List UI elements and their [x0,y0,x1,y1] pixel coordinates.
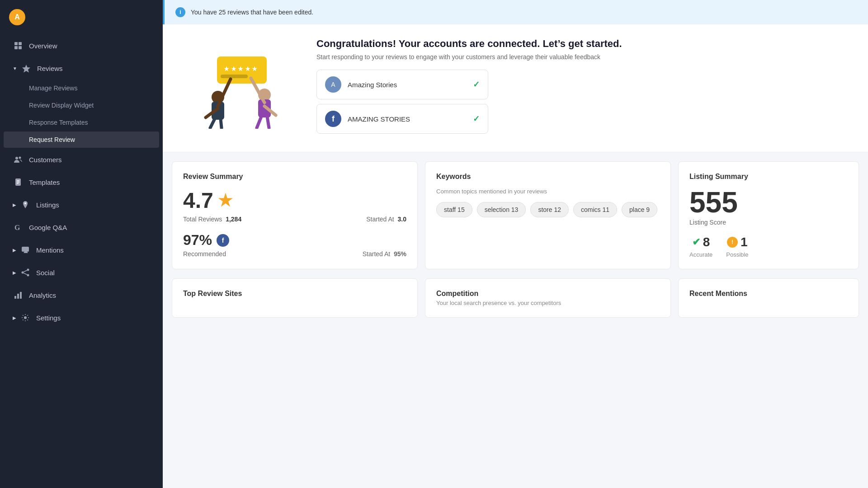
keyword-tags-container: staff 15 selection 13 store 12 comics 11… [436,202,660,217]
svg-point-16 [27,274,29,277]
rating-display: 4.7 ★ [183,188,406,213]
total-reviews-value: 1,284 [226,216,241,223]
possible-stat: ! 1 Possible [726,235,748,258]
facebook-small-icon: f [217,234,229,247]
started-at-value: 3.0 [398,216,406,223]
sidebar-item-mentions[interactable]: ▶ Mentions [4,239,159,261]
rating-value: 4.7 [183,188,213,213]
recommended-pct: 97% [183,232,212,249]
people-illustration: ★ ★ ★ ★ ★ [185,47,294,129]
sidebar-item-label: Customers [29,156,62,164]
keywords-title: Keywords [436,173,660,181]
check-icon-fb: ✓ [473,114,480,124]
sub-label: Request Review [29,136,75,143]
review-meta: Total Reviews 1,284 Started At 3.0 [183,216,406,223]
sidebar-item-analytics[interactable]: Analytics [4,284,159,306]
listing-score-value: 555 [689,188,848,217]
svg-rect-25 [221,75,248,78]
keyword-tag[interactable]: comics 11 [573,202,617,217]
account-card-facebook: f AMAZING STORIES ✓ [316,104,488,134]
svg-point-5 [15,157,18,160]
recommended-label-row: Recommended Started At 95% [183,250,406,258]
check-icon: ✓ [473,80,480,89]
svg-line-18 [24,273,27,275]
logo-icon: A [9,9,25,25]
sidebar-sub-request-review[interactable]: Request Review [4,131,159,148]
sidebar-item-label: Overview [29,42,57,50]
sub-label: Review Display Widget [29,102,94,109]
sidebar-item-templates[interactable]: Templates [4,171,159,193]
sidebar-item-overview[interactable]: Overview [4,35,159,56]
possible-count: 1 [741,235,748,249]
svg-line-37 [267,117,269,128]
welcome-text: Congratulations! Your accounts are conne… [316,38,850,138]
top-review-sites-card: Top Review Sites [172,278,418,318]
chevron-right-icon: ▶ [13,248,16,253]
account-name-facebook: AMAZING STORIES [348,115,467,123]
main-content: i You have 25 reviews that have been edi… [163,0,868,488]
sidebar-sub-review-display-widget[interactable]: Review Display Widget [4,97,159,113]
recent-mentions-card: Recent Mentions [678,278,859,318]
svg-rect-20 [17,294,19,299]
people-icon [13,154,24,165]
svg-line-31 [221,119,222,128]
keywords-card: Keywords Common topics mentioned in your… [425,161,671,269]
dashboard-grid: Review Summary 4.7 ★ Total Reviews 1,284… [163,152,868,278]
svg-text:★ ★ ★ ★ ★: ★ ★ ★ ★ ★ [224,66,257,72]
possible-num: ! 1 [727,235,748,249]
sidebar-item-listings[interactable]: ▶ Listings [4,194,159,216]
sidebar-logo: A [0,5,163,34]
keyword-tag[interactable]: selection 13 [477,202,526,217]
sidebar-item-label: Listings [36,201,59,209]
accurate-label: Accurate [689,251,712,258]
sidebar-item-reviews[interactable]: ▼ Reviews [4,57,159,79]
keyword-tag[interactable]: store 12 [530,202,569,217]
grid-icon [13,40,24,51]
sidebar-item-settings[interactable]: ▶ Settings [4,307,159,328]
sidebar-item-label: Mentions [36,246,64,254]
top-review-sites-title: Top Review Sites [183,290,406,298]
sidebar-item-label: Analytics [29,291,56,299]
svg-point-22 [24,316,27,319]
listing-score-label: Listing Score [689,219,848,226]
started-at-2: Started At 95% [363,250,406,258]
sidebar-sub-response-templates[interactable]: Response Templates [4,114,159,131]
welcome-section: ★ ★ ★ ★ ★ [163,24,868,152]
svg-point-6 [19,157,21,159]
social-icon [20,267,31,278]
listing-summary-card: Listing Summary 555 Listing Score ✔ 8 Ac… [678,161,859,269]
chevron-right-icon: ▶ [13,202,16,207]
sidebar-item-social[interactable]: ▶ Social [4,262,159,283]
google-icon: G [13,222,24,233]
chevron-right-icon: ▶ [13,315,16,320]
account-avatar-generic: A [325,76,341,93]
sidebar-item-customers[interactable]: Customers [4,149,159,170]
recommended-row: 97% f [183,232,406,249]
welcome-subtitle: Start responding to your reviews to enga… [316,53,850,61]
listing-summary-title: Listing Summary [689,173,848,181]
sidebar-item-google-qa[interactable]: G Google Q&A [4,216,159,238]
gear-icon [20,312,31,323]
sidebar-item-label: Google Q&A [29,224,67,231]
svg-text:G: G [14,224,20,231]
sidebar-item-label: Reviews [37,65,63,72]
competition-title: Competition [436,290,660,298]
accurate-num: ✔ 8 [692,235,710,249]
keyword-tag[interactable]: place 9 [622,202,657,217]
svg-rect-2 [14,46,18,49]
svg-line-36 [257,117,261,128]
sidebar-item-label: Settings [36,314,61,322]
possible-label: Possible [726,251,748,258]
svg-rect-1 [19,42,22,45]
account-card-generic: A Amazing Stories ✓ [316,70,488,99]
svg-marker-4 [22,65,30,73]
accurate-count: 8 [703,235,710,249]
total-reviews-label: Total Reviews 1,284 [183,216,241,223]
star-rating-icon: ★ [218,191,232,210]
chevron-right-icon: ▶ [13,270,16,275]
competition-card: Competition Your local search presence v… [425,278,671,318]
facebook-icon: f [325,111,341,127]
keyword-tag[interactable]: staff 15 [436,202,472,217]
svg-line-30 [210,119,215,128]
sidebar-sub-manage-reviews[interactable]: Manage Reviews [4,80,159,96]
